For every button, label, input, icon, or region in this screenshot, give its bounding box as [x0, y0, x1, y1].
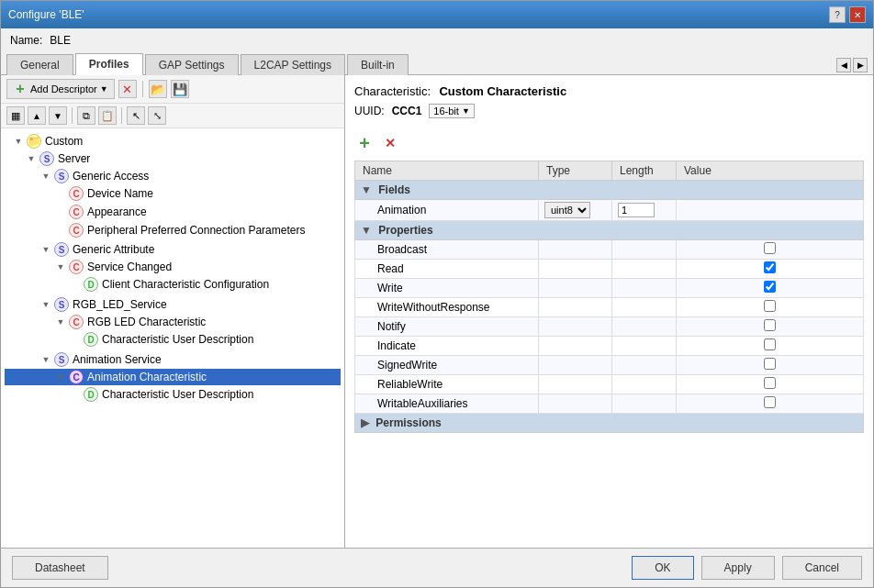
- checkbox-signedwrite[interactable]: [764, 358, 776, 370]
- help-button[interactable]: ?: [829, 6, 846, 23]
- col-name: Name: [355, 161, 539, 181]
- anim-service-icon: S: [54, 352, 69, 367]
- folder-open-button[interactable]: 📂: [149, 80, 167, 98]
- label-appearance: Appearance: [87, 205, 147, 218]
- title-controls: ? ✕: [829, 6, 866, 23]
- checkbox-notify[interactable]: [764, 319, 776, 331]
- expander-rgb-desc[interactable]: ▶: [69, 333, 82, 346]
- expander-generic-attribute[interactable]: ▼: [39, 243, 52, 256]
- ccc-icon: D: [84, 277, 98, 292]
- expander-anim-desc[interactable]: ▶: [69, 388, 82, 401]
- permissions-expander[interactable]: ▶: [361, 416, 369, 429]
- field-type-cell: uint8: [539, 200, 612, 221]
- tree-row-server[interactable]: ▼ S Server: [5, 150, 341, 167]
- tree-node-anim-desc: ▶ D Characteristic User Description: [5, 385, 341, 404]
- tree-row-rgb-desc[interactable]: ▶ D Characteristic User Description: [5, 331, 341, 348]
- tree-row-anim-char[interactable]: ▼ C Animation Characteristic: [5, 369, 341, 385]
- add-icon: +: [13, 82, 28, 96]
- tree-row-appearance[interactable]: ▶ C Appearance: [5, 204, 341, 220]
- label-server: Server: [58, 152, 90, 165]
- fields-expander[interactable]: ▼: [361, 183, 372, 196]
- name-row: Name: BLE: [1, 28, 873, 52]
- tree-row-anim-service[interactable]: ▼ S Animation Service: [5, 351, 341, 368]
- char-header: Characteristic: Custom Characteristic UU…: [354, 84, 864, 118]
- pointer-button[interactable]: ⤡: [148, 106, 166, 125]
- section-properties: ▼ Properties: [355, 221, 864, 240]
- tree-row-custom[interactable]: ▼ 📁 Custom: [5, 133, 341, 150]
- tree-row-ccc[interactable]: ▶ D Client Characteristic Configuration: [5, 276, 341, 293]
- down-button[interactable]: ▼: [49, 106, 67, 125]
- tab-gap[interactable]: GAP Settings: [145, 54, 239, 75]
- tab-next-button[interactable]: ▶: [853, 58, 868, 72]
- tree-row-service-changed[interactable]: ▼ C Service Changed: [5, 259, 341, 275]
- col-type: Type: [539, 161, 612, 181]
- prop-name-read: Read: [355, 260, 539, 279]
- add-field-button[interactable]: +: [354, 133, 375, 153]
- tree-row-generic-access[interactable]: ▼ S Generic Access: [5, 168, 341, 184]
- permissions-label: Permissions: [375, 416, 441, 429]
- checkbox-broadcast[interactable]: [764, 242, 776, 254]
- datasheet-button[interactable]: Datasheet: [12, 556, 108, 580]
- expander-server[interactable]: ▼: [25, 152, 38, 165]
- field-type-select[interactable]: uint8: [544, 202, 590, 218]
- label-anim-char: Animation Characteristic: [87, 371, 207, 383]
- close-button[interactable]: ✕: [849, 6, 866, 23]
- ok-button[interactable]: OK: [632, 556, 693, 580]
- grid-button[interactable]: ▦: [6, 106, 25, 125]
- expander-ppcp[interactable]: ▶: [54, 224, 67, 237]
- tab-prev-button[interactable]: ◀: [836, 58, 851, 72]
- tree-node-generic-attribute: ▼ S Generic Attribute ▼ C Service Change…: [5, 240, 341, 295]
- tab-profiles[interactable]: Profiles: [75, 53, 143, 75]
- expander-anim-service[interactable]: ▼: [39, 353, 52, 366]
- tree-row-rgb-char[interactable]: ▼ C RGB LED Characteristic: [5, 314, 341, 330]
- tree-row-device-name[interactable]: ▶ C Device Name: [5, 185, 341, 202]
- tab-builtin[interactable]: Built-in: [347, 54, 409, 75]
- paste-button[interactable]: 📋: [98, 106, 117, 125]
- prop-type-broadcast: [539, 240, 612, 260]
- expander-rgb-char[interactable]: ▼: [54, 316, 67, 328]
- action-row: + ✕: [354, 133, 864, 153]
- add-descriptor-label: Add Descriptor: [30, 83, 97, 94]
- tree-row-ppcp[interactable]: ▶ C Peripheral Preferred Connection Para…: [5, 222, 341, 239]
- copy-button[interactable]: ⧉: [77, 106, 95, 125]
- label-rgb-char: RGB LED Characteristic: [87, 316, 206, 328]
- expander-ccc[interactable]: ▶: [69, 278, 82, 291]
- checkbox-read[interactable]: [764, 261, 776, 273]
- checkbox-reliablewrite[interactable]: [764, 377, 776, 389]
- prop-name-write: Write: [355, 279, 539, 298]
- properties-expander[interactable]: ▼: [361, 224, 372, 237]
- tree-row-generic-attribute[interactable]: ▼ S Generic Attribute: [5, 241, 341, 258]
- expander-anim-char[interactable]: ▼: [54, 371, 67, 383]
- tree-row-anim-desc[interactable]: ▶ D Characteristic User Description: [5, 386, 341, 403]
- up-button[interactable]: ▲: [28, 106, 46, 125]
- expander-appearance[interactable]: ▶: [54, 205, 67, 218]
- expander-rgb-service[interactable]: ▼: [39, 298, 52, 311]
- checkbox-write[interactable]: [764, 281, 776, 293]
- label-anim-desc: Characteristic User Description: [102, 388, 253, 401]
- uuid-label: UUID:: [354, 105, 385, 117]
- tree-row-rgb-service[interactable]: ▼ S RGB_LED_Service: [5, 296, 341, 313]
- delete-button[interactable]: ✕: [118, 80, 137, 98]
- checkbox-writableaux[interactable]: [764, 396, 776, 408]
- tab-l2cap[interactable]: L2CAP Settings: [241, 54, 346, 75]
- expander-device-name[interactable]: ▶: [54, 187, 67, 200]
- cancel-button[interactable]: Cancel: [782, 556, 862, 580]
- expander-generic-access[interactable]: ▼: [39, 170, 52, 183]
- field-length-input[interactable]: [618, 203, 655, 217]
- add-descriptor-button[interactable]: + Add Descriptor ▼: [6, 79, 115, 99]
- checkbox-wwr[interactable]: [764, 300, 776, 312]
- checkbox-indicate[interactable]: [764, 338, 776, 350]
- bottom-right: OK Apply Cancel: [632, 556, 862, 580]
- save-button[interactable]: 💾: [171, 80, 189, 98]
- properties-label: Properties: [378, 224, 432, 237]
- uuid-type-dropdown[interactable]: 16-bit ▼: [429, 104, 474, 118]
- toolbar-1: + Add Descriptor ▼ ✕ 📂 💾: [1, 75, 344, 104]
- expander-service-changed[interactable]: ▼: [54, 261, 67, 273]
- cursor-button[interactable]: ↖: [127, 106, 145, 125]
- tree-node-generic-access: ▼ S Generic Access ▶ C Device Name: [5, 167, 341, 240]
- apply-button[interactable]: Apply: [701, 556, 775, 580]
- delete-field-button[interactable]: ✕: [380, 133, 400, 153]
- bottom-left: Datasheet: [12, 556, 108, 580]
- tab-general[interactable]: General: [6, 54, 73, 75]
- expander-custom[interactable]: ▼: [12, 135, 25, 148]
